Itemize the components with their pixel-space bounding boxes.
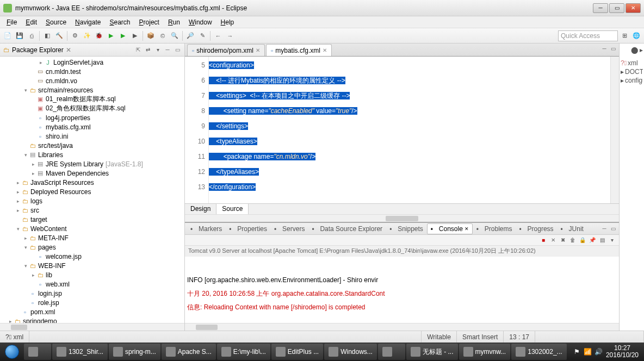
console-tab-properties[interactable]: •Properties	[226, 224, 270, 234]
new-icon[interactable]: 📄	[2, 30, 13, 41]
console-tab-servers[interactable]: •Servers	[271, 224, 308, 234]
menu-help[interactable]: Help	[216, 17, 239, 27]
outline-toggle[interactable]: ⬤ ▸	[621, 46, 643, 54]
tree-node[interactable]: ▭cn.mldn.vo	[0, 76, 184, 85]
console-hscroll[interactable]	[185, 323, 619, 331]
view-menu-icon[interactable]: ▾	[154, 46, 162, 54]
tree-node[interactable]: ▸🗀JavaScript Resources	[0, 178, 184, 187]
run2-icon[interactable]: ▶	[117, 30, 128, 41]
editor-min-icon[interactable]: ─	[600, 45, 608, 52]
menu-source[interactable]: Source	[41, 17, 71, 27]
tree-node[interactable]: ▸🗀src	[0, 206, 184, 215]
console-tab-problems[interactable]: •Problems	[473, 224, 516, 234]
display-icon[interactable]: ▤	[598, 236, 606, 244]
terminate-icon[interactable]: ■	[540, 236, 547, 244]
back-icon[interactable]: ←	[213, 30, 224, 41]
menu-window[interactable]: Window	[184, 17, 216, 27]
editor-hscroll[interactable]	[185, 214, 619, 222]
tree-node[interactable]: ▫role.jsp	[0, 298, 184, 307]
tree-node[interactable]: ▫log4j.properties	[0, 113, 184, 122]
outline-item[interactable]: ▸ configur	[621, 76, 643, 85]
menu-edit[interactable]: Edit	[21, 17, 41, 27]
tree-node[interactable]: ▫welcome.jsp	[0, 252, 184, 261]
link-editor-icon[interactable]: ⇄	[144, 46, 152, 54]
tray-flag-icon[interactable]: ⚑	[573, 348, 581, 356]
save-icon[interactable]: 💾	[14, 30, 25, 41]
tree-node[interactable]: ▣02_角色权限数据库脚本.sql	[0, 104, 184, 113]
collapse-all-icon[interactable]: ⇱	[134, 46, 142, 54]
taskbar-item[interactable]: Apache S...	[162, 344, 216, 360]
tree-node[interactable]: ▾🗀src/main/resources	[0, 85, 184, 95]
package-tree[interactable]: ▸JLoginServlet.java▭cn.mldn.test▭cn.mldn…	[0, 57, 184, 323]
menu-project[interactable]: Project	[135, 17, 164, 27]
code-body[interactable]: <configuration> <!-- 进行Mybatis的相应的环境的属性定…	[209, 57, 610, 203]
menu-navigate[interactable]: Navigate	[71, 17, 105, 27]
editor-max-icon[interactable]: ▭	[609, 45, 617, 52]
tree-node[interactable]: ▣01_realm数据库脚本.sql	[0, 95, 184, 104]
horizontal-scrollbar[interactable]	[0, 323, 184, 331]
tree-node[interactable]: ▸▤JRE System Library[JavaSE-1.8]	[0, 159, 184, 169]
minimize-view-icon[interactable]: ─	[164, 46, 171, 54]
toggle-icon[interactable]: ◧	[42, 30, 53, 41]
tree-node[interactable]: ▸🗀logs	[0, 196, 184, 206]
tree-node[interactable]: ▸🗀lib	[0, 270, 184, 279]
forward-icon[interactable]: →	[225, 30, 236, 41]
tree-node[interactable]: ▫shiro.ini	[0, 132, 184, 141]
console-tab-snippets[interactable]: •Snippets	[386, 224, 426, 234]
perspective-jee-icon[interactable]: 🌐	[631, 30, 642, 41]
remove-terminated-icon[interactable]: ✕	[549, 236, 557, 244]
menu-file[interactable]: File	[2, 17, 21, 27]
console-output[interactable]: INFO [org.apache.shiro.web.env.Environme…	[185, 257, 619, 323]
new-class-icon[interactable]: ©	[157, 30, 168, 41]
vertical-scrollbar[interactable]	[610, 57, 619, 203]
wizard-icon[interactable]: ✨	[82, 30, 92, 41]
menu-search[interactable]: Search	[105, 17, 134, 27]
taskbar-item[interactable]: E:\my-lib\...	[217, 344, 270, 360]
console-tab-markers[interactable]: •Markers	[187, 224, 225, 234]
console-tab-junit[interactable]: •JUnit	[558, 224, 587, 234]
close-view-icon[interactable]: ✕	[66, 46, 71, 54]
build-icon[interactable]: 🔨	[54, 30, 65, 41]
console-tab-console[interactable]: •Console ✕	[427, 223, 473, 234]
tree-node[interactable]: ▫web.xml	[0, 279, 184, 289]
console-max-icon[interactable]: ▭	[609, 225, 617, 233]
taskbar-item[interactable]: 无标题 - ...	[406, 344, 458, 360]
run-icon[interactable]: ▶	[106, 30, 116, 41]
console-min-icon[interactable]: ─	[600, 225, 608, 233]
tree-node[interactable]: ▫login.jsp	[0, 289, 184, 298]
outline-item[interactable]: ?⃝xml	[621, 59, 643, 67]
taskbar-item[interactable]	[24, 344, 51, 360]
source-tab[interactable]: Source	[216, 204, 249, 214]
tray-network-icon[interactable]: 📶	[584, 348, 592, 356]
tree-node[interactable]: ▸▤Maven Dependencies	[0, 169, 184, 178]
save-all-icon[interactable]: ⎙	[26, 30, 37, 41]
minimize-button[interactable]: ─	[593, 3, 608, 13]
close-button[interactable]: ✕	[626, 3, 641, 13]
tree-node[interactable]: ▸🗀META-INF	[0, 233, 184, 242]
design-tab[interactable]: Design	[185, 204, 216, 214]
tree-node[interactable]: 🗀src/test/java	[0, 141, 184, 150]
server-icon[interactable]: ⚙	[70, 30, 81, 41]
console-tab-data-source-explorer[interactable]: •Data Source Explorer	[308, 224, 386, 234]
tray-sound-icon[interactable]: 🔊	[595, 348, 603, 356]
tree-node[interactable]: ▾▤Libraries	[0, 150, 184, 159]
tree-node[interactable]: ▾🗀pages	[0, 242, 184, 252]
scroll-lock-icon[interactable]: 🔒	[579, 236, 586, 244]
taskbar-item[interactable]: 1302_Shir...	[52, 344, 108, 360]
quick-access-input[interactable]: Quick Access	[558, 30, 618, 41]
perspective-open-icon[interactable]: ⊞	[619, 30, 630, 41]
coverage-icon[interactable]: ▶	[129, 30, 140, 41]
taskbar-item[interactable]: EditPlus ...	[271, 344, 323, 360]
annotation-icon[interactable]: ✎	[197, 30, 208, 41]
editor-tab[interactable]: ▫mybatis.cfg.xml✕	[266, 44, 332, 56]
start-button[interactable]	[1, 344, 23, 360]
open-console-icon[interactable]: ▾	[608, 236, 616, 244]
taskbar-item[interactable]: 1302002_...	[511, 344, 566, 360]
tree-node[interactable]: ▸🗀Deployed Resources	[0, 187, 184, 196]
debug-icon[interactable]: 🐞	[94, 30, 104, 41]
new-pkg-icon[interactable]: 📦	[145, 30, 156, 41]
menu-run[interactable]: Run	[164, 17, 184, 27]
tree-node[interactable]: 🗀target	[0, 215, 184, 224]
maximize-view-icon[interactable]: ▭	[174, 46, 181, 54]
system-tray[interactable]: ⚑ 📶 🔊 10:27 2016/10/20	[573, 345, 643, 359]
